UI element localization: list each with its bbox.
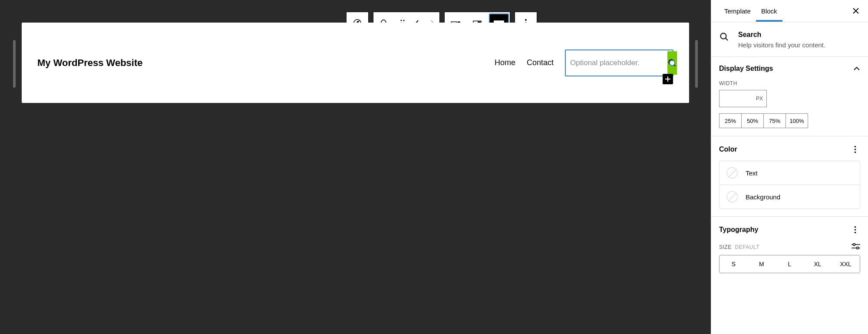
color-options-button[interactable] (850, 144, 860, 155)
width-100[interactable]: 100% (785, 113, 808, 128)
svg-point-2 (400, 20, 402, 21)
tab-block[interactable]: Block (756, 0, 782, 22)
resize-handle-icon[interactable] (669, 60, 675, 66)
sliders-icon[interactable] (851, 243, 860, 251)
font-size-buttons: S M L XL XXL (719, 255, 860, 273)
empty-swatch-icon (726, 191, 738, 202)
tab-template[interactable]: Template (719, 0, 756, 22)
width-label: WIDTH (719, 80, 860, 86)
close-sidebar-button[interactable] (850, 5, 862, 17)
svg-point-21 (854, 152, 856, 153)
size-xl[interactable]: XL (804, 255, 832, 273)
site-title[interactable]: My WordPress Website (37, 57, 142, 69)
text-color-button[interactable]: Text (719, 161, 860, 185)
block-title: Search (738, 31, 825, 39)
size-xxl[interactable]: XXL (832, 255, 860, 273)
empty-swatch-icon (726, 167, 738, 179)
display-settings-toggle[interactable]: Display Settings (719, 65, 860, 73)
color-title: Color (719, 146, 737, 153)
search-block[interactable] (565, 50, 673, 76)
width-25[interactable]: 25% (719, 113, 742, 128)
size-l[interactable]: L (776, 255, 804, 273)
size-label: SIZE DEFAULT (719, 244, 759, 250)
typography-panel: Typography SIZE DEFAULT S M L XL XXL (711, 217, 868, 281)
nav-link-home[interactable]: Home (495, 58, 515, 67)
typography-title: Typography (719, 226, 758, 234)
block-info: Search Help visitors find your content. (711, 22, 868, 57)
svg-point-22 (854, 226, 856, 228)
size-m[interactable]: M (748, 255, 776, 273)
settings-sidebar: Template Block Search Help visitors find… (711, 0, 868, 334)
width-50[interactable]: 50% (741, 113, 764, 128)
sidebar-tabs: Template Block (711, 0, 868, 22)
svg-point-24 (854, 232, 856, 234)
svg-point-26 (857, 247, 859, 249)
navigation: Home Contact (495, 50, 673, 76)
block-description: Help visitors find your content. (738, 41, 825, 49)
svg-point-23 (854, 229, 856, 231)
width-75[interactable]: 75% (763, 113, 786, 128)
search-icon (719, 32, 730, 43)
svg-point-25 (853, 244, 855, 246)
display-settings-panel: Display Settings WIDTH PX 25% 50% 75% 10… (711, 57, 868, 136)
editor-canvas: My WordPress Website Home Contact (0, 0, 711, 334)
size-s[interactable]: S (719, 255, 748, 273)
background-color-button[interactable]: Background (719, 185, 860, 209)
svg-point-14 (525, 19, 527, 21)
svg-point-19 (854, 146, 856, 148)
search-input[interactable] (566, 50, 667, 76)
chevron-up-icon (853, 66, 860, 71)
typography-options-button[interactable] (850, 225, 860, 235)
header-template: My WordPress Website Home Contact (22, 23, 689, 103)
add-block-button[interactable] (663, 74, 673, 84)
svg-point-20 (854, 149, 856, 150)
width-percent-buttons: 25% 50% 75% 100% (719, 113, 860, 128)
color-panel: Color Text Background (711, 136, 868, 217)
canvas-resize-right[interactable] (695, 40, 698, 88)
width-input[interactable]: PX (719, 90, 767, 107)
nav-link-contact[interactable]: Contact (527, 58, 554, 67)
canvas-resize-left[interactable] (13, 40, 16, 88)
svg-point-3 (403, 20, 404, 21)
svg-point-18 (721, 33, 726, 39)
